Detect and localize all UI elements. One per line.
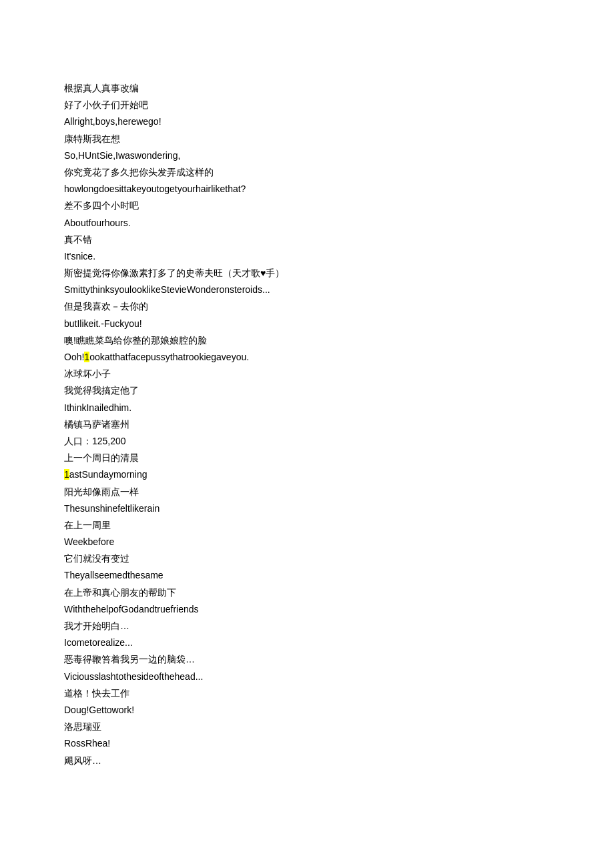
line-16: 噢!瞧瞧菜鸟给你整的那娘娘腔的脸 bbox=[64, 332, 550, 349]
line-9: Aboutfourhours. bbox=[64, 215, 550, 232]
line-17: Ooh!1ookatthatfacepussythatrookiegaveyou… bbox=[64, 349, 550, 366]
line-10: 真不错 bbox=[64, 232, 550, 248]
line-26: Thesunshinefeltlikerain bbox=[64, 500, 550, 517]
line-34: Icometorealize... bbox=[64, 634, 550, 651]
line-24: 1astSundaymorning bbox=[64, 466, 550, 483]
line-18: 冰球坏小子 bbox=[64, 366, 550, 382]
line-4: 康特斯我在想 bbox=[64, 131, 550, 147]
highlight-char: 1 bbox=[64, 469, 69, 480]
line-11: It'snice. bbox=[64, 248, 550, 265]
line-8: 差不多四个小时吧 bbox=[64, 197, 550, 214]
line-21: 橘镇马萨诸塞州 bbox=[64, 416, 550, 433]
line-38: Doug!Gettowork! bbox=[64, 702, 550, 719]
line-19: 我觉得我搞定他了 bbox=[64, 382, 550, 399]
line-41: 飓风呀… bbox=[64, 753, 550, 769]
line-22: 人口：125,200 bbox=[64, 433, 550, 450]
line-2: 好了小伙子们开始吧 bbox=[64, 97, 550, 113]
line-37: 道格！快去工作 bbox=[64, 685, 550, 702]
highlight-char: 1 bbox=[84, 352, 89, 362]
line-28: Weekbefore bbox=[64, 534, 550, 550]
line-35: 恶毒得鞭笞着我另一边的脑袋… bbox=[64, 651, 550, 668]
line-36: Viciousslashtothesideofthehead... bbox=[64, 669, 550, 685]
line-15: butIlikeit.-Fuckyou! bbox=[64, 316, 550, 332]
line-27: 在上一周里 bbox=[64, 517, 550, 534]
line-33: 我才开始明白… bbox=[64, 618, 550, 634]
subtitle-content: 根据真人真事改编好了小伙子们开始吧Allright,boys,herewego!… bbox=[64, 80, 550, 769]
line-20: IthinkInailedhim. bbox=[64, 400, 550, 416]
line-3: Allright,boys,herewego! bbox=[64, 113, 550, 130]
line-25: 阳光却像雨点一样 bbox=[64, 484, 550, 500]
line-7: howlongdoesittakeyoutogetyourhairliketha… bbox=[64, 181, 550, 197]
line-31: 在上帝和真心朋友的帮助下 bbox=[64, 584, 550, 601]
line-5: So,HUntSie,Iwaswondering, bbox=[64, 147, 550, 164]
line-23: 上一个周日的清晨 bbox=[64, 450, 550, 466]
line-1: 根据真人真事改编 bbox=[64, 80, 550, 97]
line-29: 它们就没有变过 bbox=[64, 550, 550, 567]
line-14: 但是我喜欢－去你的 bbox=[64, 298, 550, 315]
line-39: 洛思瑞亚 bbox=[64, 719, 550, 735]
line-6: 你究竟花了多久把你头发弄成这样的 bbox=[64, 164, 550, 181]
line-12: 斯密提觉得你像激素打多了的史蒂夫旺（天才歌♥手） bbox=[64, 265, 550, 282]
line-13: SmittythinksyoulooklikeStevieWonderonste… bbox=[64, 282, 550, 298]
line-32: WiththehelpofGodandtruefriends bbox=[64, 601, 550, 618]
line-40: RossRhea! bbox=[64, 735, 550, 752]
line-30: Theyallseemedthesame bbox=[64, 567, 550, 584]
